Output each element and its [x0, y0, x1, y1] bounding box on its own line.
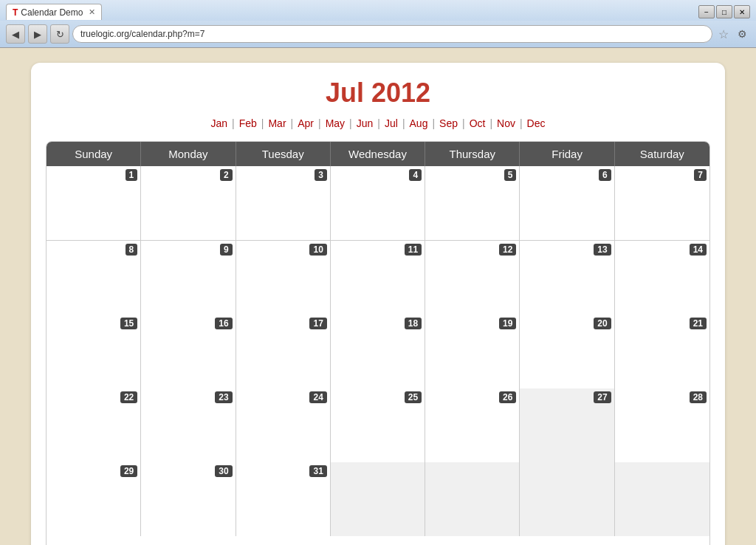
calendar-day-7[interactable]: 7 [615, 166, 709, 240]
minimize-button[interactable]: − [698, 5, 715, 18]
calendar-day-empty [331, 462, 425, 536]
header-monday: Monday [141, 142, 236, 166]
calendar-day-26[interactable]: 26 [425, 388, 520, 462]
calendar-container: Jul 2012 Jan | Feb | Mar | Apr | May | J… [31, 63, 725, 545]
header-friday: Friday [520, 142, 614, 166]
month-nav-feb[interactable]: Feb [235, 117, 261, 129]
page-content: Jul 2012 Jan | Feb | Mar | Apr | May | J… [0, 48, 756, 545]
month-nav-mar[interactable]: Mar [264, 117, 290, 129]
day-number-7: 7 [694, 169, 707, 181]
calendar-title: Jul 2012 [46, 78, 710, 109]
calendar-day-empty [615, 462, 709, 536]
calendar-header: SundayMondayTuesdayWednesdayThursdayFrid… [47, 142, 709, 166]
month-nav-jan[interactable]: Jan [206, 117, 232, 129]
tab-icon: T [13, 7, 18, 18]
calendar-day-17[interactable]: 17 [236, 315, 331, 388]
day-number-31: 31 [309, 465, 326, 477]
day-number-5: 5 [504, 169, 517, 181]
calendar-day-5[interactable]: 5 [425, 166, 520, 240]
calendar-day-8[interactable]: 8 [47, 241, 141, 315]
month-nav-oct[interactable]: Oct [465, 117, 490, 129]
window-controls: − □ ✕ [698, 5, 750, 18]
day-number-8: 8 [126, 244, 138, 256]
month-nav-aug[interactable]: Aug [405, 117, 433, 129]
day-number-10: 10 [309, 244, 326, 256]
forward-button[interactable]: ▶ [28, 24, 47, 44]
month-nav-nov[interactable]: Nov [492, 117, 520, 129]
calendar-day-19[interactable]: 19 [425, 315, 520, 388]
calendar-week-2: 891011121314 [47, 240, 709, 314]
calendar-week-4: 22232425262728 [47, 388, 709, 462]
calendar-day-29[interactable]: 29 [47, 462, 141, 536]
calendar-day-23[interactable]: 23 [141, 388, 236, 462]
calendar-day-22[interactable]: 22 [47, 388, 141, 462]
close-button[interactable]: ✕ [734, 5, 750, 18]
month-nav-may[interactable]: May [321, 117, 349, 129]
reload-button[interactable]: ↻ [50, 24, 69, 44]
calendar-week-1: 1234567 [47, 166, 709, 240]
calendar-week-5: 293031 [47, 462, 709, 535]
day-number-27: 27 [594, 391, 611, 403]
day-number-30: 30 [215, 465, 232, 477]
day-number-6: 6 [599, 169, 611, 181]
browser-tab[interactable]: T Calendar Demo ✕ [6, 4, 102, 20]
calendar-day-empty [520, 462, 614, 536]
calendar-day-16[interactable]: 16 [141, 315, 236, 388]
day-number-25: 25 [405, 391, 422, 403]
calendar-day-3[interactable]: 3 [236, 166, 331, 240]
calendar-day-11[interactable]: 11 [331, 241, 425, 315]
calendar-day-21[interactable]: 21 [615, 315, 709, 388]
maximize-button[interactable]: □ [716, 5, 732, 18]
calendar-day-24[interactable]: 24 [236, 388, 331, 462]
back-button[interactable]: ◀ [6, 24, 25, 44]
header-wednesday: Wednesday [331, 142, 425, 166]
browser-toolbar: ◀ ▶ ↻ ☆ ⚙ [0, 21, 756, 47]
calendar-day-12[interactable]: 12 [425, 241, 520, 315]
day-number-14: 14 [690, 244, 707, 256]
day-number-21: 21 [690, 318, 707, 329]
day-number-18: 18 [405, 318, 422, 329]
calendar-grid: SundayMondayTuesdayWednesdayThursdayFrid… [46, 141, 710, 545]
month-nav-apr[interactable]: Apr [293, 117, 318, 129]
calendar-day-18[interactable]: 18 [331, 315, 425, 388]
calendar-day-1[interactable]: 1 [47, 166, 141, 240]
day-number-1: 1 [126, 169, 138, 181]
address-bar[interactable] [72, 25, 712, 43]
day-number-20: 20 [594, 318, 611, 329]
calendar-day-13[interactable]: 13 [520, 241, 614, 315]
calendar-day-4[interactable]: 4 [331, 166, 425, 240]
calendar-day-6[interactable]: 6 [520, 166, 614, 240]
month-nav-dec[interactable]: Dec [523, 117, 550, 129]
header-sunday: Sunday [47, 142, 141, 166]
day-number-15: 15 [120, 318, 137, 329]
calendar-day-30[interactable]: 30 [141, 462, 236, 536]
month-navigation: Jan | Feb | Mar | Apr | May | Jun | Jul … [46, 117, 710, 129]
calendar-day-31[interactable]: 31 [236, 462, 331, 536]
calendar-day-10[interactable]: 10 [236, 241, 331, 315]
settings-icon[interactable]: ⚙ [735, 28, 750, 40]
calendar-day-27[interactable]: 27 [520, 388, 614, 462]
calendar-day-20[interactable]: 20 [520, 315, 614, 388]
calendar-day-9[interactable]: 9 [141, 241, 236, 315]
day-number-22: 22 [120, 391, 137, 403]
calendar-day-28[interactable]: 28 [615, 388, 709, 462]
day-number-26: 26 [499, 391, 516, 403]
tab-title: Calendar Demo [21, 7, 83, 18]
month-nav-sep[interactable]: Sep [435, 117, 462, 129]
header-tuesday: Tuesday [236, 142, 331, 166]
calendar-week-3: 15161718192021 [47, 314, 709, 388]
day-number-19: 19 [499, 318, 516, 329]
month-nav-jul[interactable]: Jul [380, 117, 402, 129]
bookmark-icon[interactable]: ☆ [715, 27, 732, 41]
calendar-day-2[interactable]: 2 [141, 166, 236, 240]
day-number-23: 23 [215, 391, 232, 403]
day-number-24: 24 [309, 391, 326, 403]
calendar-day-15[interactable]: 15 [47, 315, 141, 388]
day-number-28: 28 [690, 391, 707, 403]
month-nav-jun[interactable]: Jun [352, 117, 378, 129]
calendar-day-25[interactable]: 25 [331, 388, 425, 462]
calendar-day-14[interactable]: 14 [615, 241, 709, 315]
day-number-12: 12 [499, 244, 516, 256]
day-number-16: 16 [215, 318, 232, 329]
tab-close-button[interactable]: ✕ [89, 7, 95, 17]
